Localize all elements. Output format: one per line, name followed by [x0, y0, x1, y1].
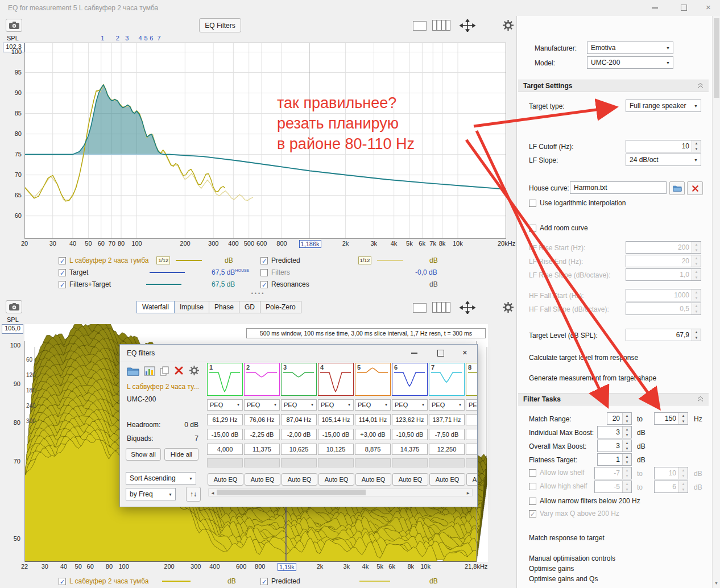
filter-gain-field[interactable]: -2,00 dB [281, 429, 317, 440]
lf-cutoff-field[interactable]: 10▲▼ [626, 140, 701, 152]
filter-curve-thumbnail[interactable]: 4 [318, 363, 354, 396]
target-level-field[interactable]: 67,9▲▼ [626, 329, 701, 341]
auto-eq-button[interactable]: Auto EQ [245, 473, 280, 486]
bottom-measurement-checkbox[interactable]: ✓ [59, 578, 66, 585]
predicted-checkbox[interactable]: ✓ [260, 257, 268, 264]
pane-splitter[interactable]: •••• [0, 291, 516, 295]
filter-gain-field[interactable]: -15,00 dB [318, 429, 354, 440]
lf-slope-dropdown[interactable]: 24 dB/oct▼ [626, 154, 701, 166]
auto-eq-button[interactable]: Auto EQ [392, 473, 428, 486]
apply-sort-button[interactable]: ↑↓ [186, 487, 201, 502]
tab-waterfall[interactable]: Waterfall [136, 301, 175, 313]
capture-image-button-bottom[interactable] [6, 300, 22, 313]
filter-type-dropdown[interactable]: PEQ▼ [392, 399, 428, 411]
filter-type-dropdown[interactable]: PEQ▼ [281, 399, 317, 411]
pan-arrows-icon-bottom[interactable] [458, 301, 477, 316]
resonances-checkbox[interactable]: ✓ [260, 281, 268, 288]
filter-frequency-field[interactable]: 137,71 Hz [429, 414, 465, 425]
filter-gain-field[interactable]: -7,50 dB [429, 429, 465, 440]
panel-scrollbar[interactable]: ▼ [712, 16, 720, 588]
dialog-gear-icon[interactable] [189, 366, 199, 377]
filter-type-dropdown[interactable]: PEQ▼ [318, 399, 354, 411]
tab-impulse[interactable]: Impulse [174, 301, 209, 313]
hide-all-button[interactable]: Hide all [164, 448, 198, 461]
smoothing-badge[interactable]: 1/12 [156, 256, 170, 264]
auto-eq-button[interactable]: Auto EQ [466, 473, 478, 486]
capture-image-button[interactable] [6, 19, 22, 32]
filter-curve-thumbnail[interactable]: 1 [207, 363, 243, 396]
spinner-buttons[interactable]: ▲▼ [678, 413, 688, 424]
bottom-axis-max-field[interactable]: 105,0 [2, 324, 23, 334]
dialog-copy-icon[interactable] [160, 366, 169, 378]
target-checkbox[interactable]: ✓ [59, 269, 66, 276]
filter-frequency-field[interactable]: 105,14 Hz [318, 414, 354, 425]
optimise-gains-link[interactable]: Optimise gains [529, 565, 574, 573]
house-curve-field[interactable]: Harmon.txt [570, 181, 667, 194]
spinner-buttons[interactable]: ▲▼ [692, 329, 701, 341]
scrollbar-thumb[interactable] [714, 18, 719, 98]
show-all-button[interactable]: Show all [126, 448, 161, 461]
maximize-icon[interactable] [681, 5, 687, 11]
filters-checkbox[interactable] [260, 269, 268, 276]
overall-max-boost-field[interactable]: 3▲▼ [597, 440, 632, 452]
bottom-predicted-checkbox[interactable]: ✓ [260, 578, 268, 585]
scrollbar-thumb[interactable] [217, 490, 366, 495]
individual-max-boost-field[interactable]: 3▲▼ [597, 426, 632, 438]
auto-eq-button[interactable]: Auto EQ [429, 473, 465, 486]
filter-curve-thumbnail[interactable]: 5 [355, 363, 391, 396]
top-chart-plot[interactable] [24, 43, 506, 239]
manufacturer-dropdown[interactable]: Emotiva▼ [587, 42, 673, 54]
filter-gain-field[interactable]: -2,25 dB [244, 429, 280, 440]
spectrum-columns-icon[interactable] [432, 20, 452, 32]
frequency-axis-button-bottom[interactable] [413, 303, 427, 313]
filter-gain-field[interactable]: -15,00 dB [207, 429, 243, 440]
scroll-down-arrow[interactable]: ▼ [713, 579, 720, 587]
tab-gd[interactable]: GD [239, 301, 260, 313]
filter-frequency-field[interactable]: 61,29 Hz [207, 414, 243, 425]
match-response-link[interactable]: Match response to target [529, 534, 605, 542]
filter-q-field[interactable]: 10,625 [281, 444, 317, 455]
filter-frequency-field[interactable]: 114,01 Hz [355, 414, 391, 425]
auto-eq-button[interactable]: Auto EQ [355, 473, 391, 486]
sort-by-dropdown[interactable]: by Freq▼ [126, 488, 176, 500]
filter-type-dropdown[interactable]: PEQ▼ [207, 399, 243, 411]
frequency-axis-button[interactable] [413, 21, 427, 31]
tab-pole-zero[interactable]: Pole-Zero [260, 301, 301, 313]
filter-curve-thumbnail[interactable]: 2 [244, 363, 280, 396]
scroll-left-arrow[interactable]: ◀ [209, 489, 217, 496]
generate-measurement-link[interactable]: Generate measurement from target shape [529, 374, 656, 382]
filter-gain-field[interactable]: -10,50 dB [392, 429, 428, 440]
filter-strip-scrollbar[interactable]: ◀ ▶ [208, 488, 473, 496]
flatness-target-field[interactable]: 1▲▼ [597, 453, 632, 466]
log-interpolation-checkbox[interactable]: Use logarithmic interpolation [529, 199, 626, 207]
filter-frequency-field[interactable] [466, 414, 478, 425]
filter-q-field[interactable]: 4,000 [207, 444, 243, 455]
tab-phase[interactable]: Phase [209, 301, 239, 313]
target-type-dropdown[interactable]: Full range speaker▼ [626, 100, 701, 112]
collapse-chevrons-icon[interactable] [697, 396, 704, 402]
spinner-buttons[interactable]: ▲▼ [692, 140, 701, 152]
eq-filters-button[interactable]: EQ Filters [199, 18, 241, 32]
spinner-buttons[interactable]: ▲▼ [622, 440, 631, 452]
match-range-to-field[interactable]: 150▲▼ [654, 412, 688, 425]
house-curve-clear-button[interactable] [687, 181, 703, 195]
filter-curve-thumbnail[interactable]: 3 [281, 363, 317, 396]
filter-gain-field[interactable] [466, 429, 478, 440]
dialog-save-icon[interactable] [144, 366, 155, 378]
filter-q-field[interactable]: 11,375 [244, 444, 280, 455]
filter-curve-thumbnail[interactable]: 6 [392, 363, 428, 396]
auto-eq-button[interactable]: Auto EQ [208, 473, 243, 486]
filter-type-dropdown[interactable]: PEQ▼ [466, 399, 478, 411]
filter-type-dropdown[interactable]: PEQ▼ [244, 399, 280, 411]
spinner-buttons[interactable]: ▲▼ [622, 413, 631, 424]
filter-type-dropdown[interactable]: PEQ▼ [355, 399, 391, 411]
optimise-gains-qs-link[interactable]: Optimise gains and Qs [529, 575, 598, 583]
dialog-open-folder-icon[interactable] [127, 366, 139, 378]
match-range-from-field[interactable]: 20▲▼ [607, 412, 632, 425]
minimize-icon[interactable] [652, 7, 658, 9]
filter-frequency-field[interactable]: 76,06 Hz [244, 414, 280, 425]
measurement-checkbox[interactable]: ✓ [59, 257, 66, 264]
add-room-curve-checkbox[interactable]: Add room curve [529, 224, 588, 232]
filter-q-field[interactable]: 12,250 [429, 444, 465, 455]
filter-q-field[interactable]: 10,125 [318, 444, 354, 455]
